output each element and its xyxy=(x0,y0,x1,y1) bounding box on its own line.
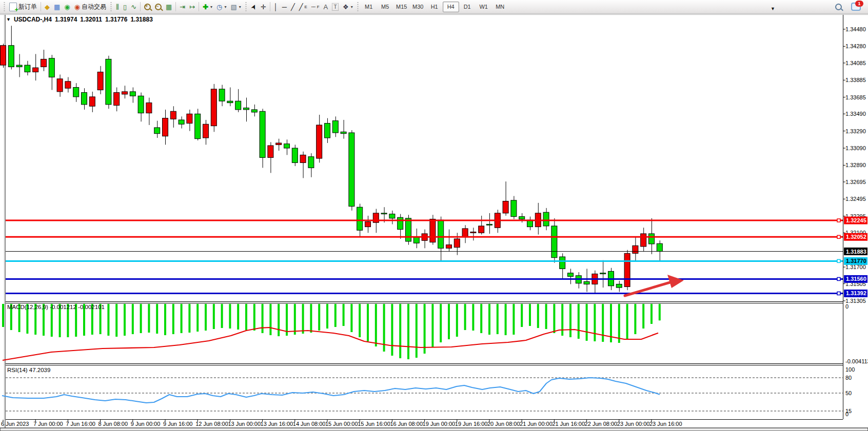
timeframe-d1[interactable]: D1 xyxy=(459,2,476,12)
timeframe-m5[interactable]: M5 xyxy=(377,2,393,12)
price-badge-label: 1.31392 xyxy=(846,290,866,296)
crosshair-button[interactable]: ✛ xyxy=(259,1,268,12)
chart-canvas[interactable]: 1.344801.342801.340851.338851.336851.334… xyxy=(0,14,868,431)
cursor-icon: ➤ xyxy=(249,3,258,10)
macd-histogram-bar xyxy=(188,304,190,333)
macd-histogram-bar xyxy=(416,304,418,358)
candle-body xyxy=(560,257,565,269)
time-tick-label: 8 Jun 08:00 xyxy=(98,421,128,427)
toolbar-grip[interactable] xyxy=(357,2,359,11)
fibonacci-button[interactable]: ┄F xyxy=(309,1,322,12)
macd-min-label: -0.004113 xyxy=(845,358,868,364)
macd-histogram-bar xyxy=(634,304,636,334)
price-badge-label: 1.32052 xyxy=(846,234,866,240)
new-order-button[interactable]: 新订单 xyxy=(7,1,39,12)
line-handle[interactable] xyxy=(837,259,840,262)
macd-histogram-bar xyxy=(278,304,280,336)
timeframe-m15[interactable]: M15 xyxy=(393,2,410,12)
toolbar-grip[interactable] xyxy=(245,2,247,11)
candlestick-button[interactable]: ▯ xyxy=(121,1,129,12)
cursor-button[interactable]: ➤ xyxy=(249,1,259,12)
candle-body xyxy=(97,72,103,90)
time-tick-label: 15 Jun 16:00 xyxy=(358,421,390,427)
time-tick-label: 19 Jun 00:00 xyxy=(423,421,456,427)
text-label-button[interactable]: T xyxy=(330,1,341,12)
macd-histogram-bar xyxy=(350,304,352,332)
add-indicator-button[interactable]: ✚▾ xyxy=(201,1,214,12)
bar-chart-icon: ⫼ xyxy=(116,4,119,10)
periods-button[interactable]: ◷▾ xyxy=(214,1,228,12)
horizontal-line-button[interactable]: ─ xyxy=(280,1,289,12)
candle-body xyxy=(179,120,184,124)
timeframe-mn[interactable]: MN xyxy=(492,2,508,12)
timeframe-m30[interactable]: M30 xyxy=(410,2,426,12)
candle-body xyxy=(406,218,411,241)
macd-histogram-bar xyxy=(334,304,337,327)
macd-panel[interactable] xyxy=(2,304,661,360)
metaeditor-button[interactable]: ◆ xyxy=(43,1,52,12)
time-tick-label: 19 Jun 16:00 xyxy=(455,421,488,427)
notifications-button[interactable]: 1 xyxy=(849,1,863,12)
vertical-line-button[interactable]: │ xyxy=(272,1,280,12)
candles-layer[interactable] xyxy=(1,26,663,293)
chart-shift-button[interactable]: ↦ xyxy=(187,1,197,12)
line-handle[interactable] xyxy=(837,292,840,295)
timeframe-h4[interactable]: H4 xyxy=(443,2,459,12)
tile-windows-button[interactable]: ▦ xyxy=(164,1,174,12)
auto-scroll-button[interactable]: ⇥ xyxy=(177,1,187,12)
macd-histogram-bar xyxy=(237,304,239,330)
trendline-button[interactable]: ╱ xyxy=(289,1,297,12)
time-tick-label: 9 Jun 16:00 xyxy=(163,421,193,427)
line-chart-button[interactable]: ∿ xyxy=(129,1,139,12)
search-button[interactable] xyxy=(833,1,844,12)
time-tick-label: 12 Jun 08:00 xyxy=(195,421,228,427)
mt4-window: 新订单 ◆ ▦ ◉ ◉ 自动交易 ⫼ ▯ ∿ + − ▦ ⇥ ↦ ✚▾ ◷▾ ▧… xyxy=(0,0,868,431)
time-tick-label: 22 Jun 08:00 xyxy=(585,421,618,427)
candle-body xyxy=(479,226,484,233)
signals-button[interactable]: ◉ xyxy=(62,1,72,12)
toolbar-overflow-icon[interactable]: ▼ xyxy=(771,6,775,11)
macd-histogram-bar xyxy=(602,304,604,342)
equidistant-channel-button[interactable]: ╱E xyxy=(297,1,309,12)
rsi-panel[interactable] xyxy=(2,378,660,403)
price-tick-label: 1.33290 xyxy=(845,128,866,134)
price-tick-label: 1.33685 xyxy=(845,94,866,100)
line-handle[interactable] xyxy=(837,235,840,238)
macd-histogram-bar xyxy=(472,304,474,331)
candle-body xyxy=(163,118,168,136)
candle-body xyxy=(1,46,6,65)
candle-body xyxy=(57,79,63,92)
line-handle[interactable] xyxy=(837,277,840,280)
macd-histogram-bar xyxy=(164,304,166,335)
candle-body xyxy=(195,114,201,138)
templates-button[interactable]: ▧▾ xyxy=(228,1,243,12)
rsi-level-label: 50 xyxy=(845,390,852,396)
candle-body xyxy=(49,58,54,77)
macd-histogram-bar xyxy=(488,304,490,335)
line-handle[interactable] xyxy=(837,219,840,222)
zoom-out-button[interactable]: − xyxy=(153,1,164,12)
timeframe-m1[interactable]: M1 xyxy=(361,2,377,12)
timeframe-h1[interactable]: H1 xyxy=(426,2,443,12)
candle-body xyxy=(519,217,525,219)
bar-chart-button[interactable]: ⫼ xyxy=(114,1,121,12)
macd-histogram-bar xyxy=(107,304,109,336)
macd-histogram-bar xyxy=(205,304,207,331)
toolbar-grip[interactable] xyxy=(3,2,6,11)
template-icon: ▧ xyxy=(230,4,236,10)
toolbar-grip[interactable] xyxy=(110,2,112,11)
timeframe-w1[interactable]: W1 xyxy=(476,2,492,12)
trend-arrow[interactable] xyxy=(625,275,684,296)
charts-window-button[interactable]: ▦ xyxy=(52,1,62,12)
arrows-button[interactable]: ❖▾ xyxy=(341,1,355,12)
price-tick-label: 1.32695 xyxy=(845,179,866,185)
signal-icon: ◉ xyxy=(64,4,70,10)
zoom-in-button[interactable]: + xyxy=(142,1,153,12)
text-button[interactable]: A xyxy=(322,1,330,12)
macd-histogram-bar xyxy=(367,304,369,341)
candle-body xyxy=(268,146,273,157)
candle-body xyxy=(503,201,508,213)
macd-histogram-bar xyxy=(537,304,539,328)
autotrading-button[interactable]: ◉ 自动交易 xyxy=(72,1,108,12)
macd-histogram-bar xyxy=(659,304,661,320)
